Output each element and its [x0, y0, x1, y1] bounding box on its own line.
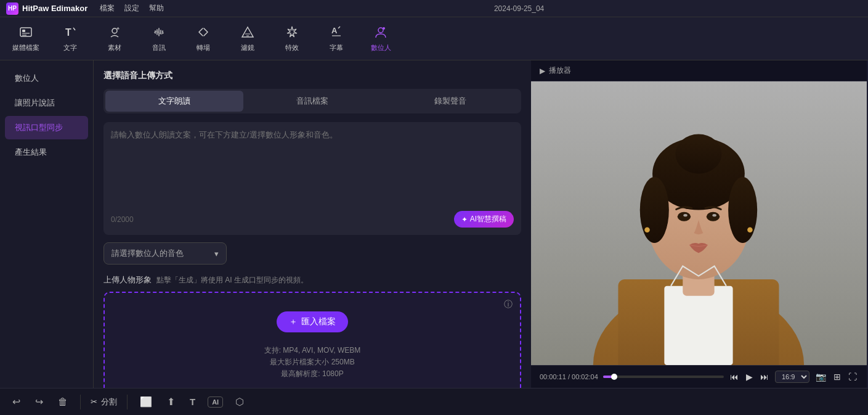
toolbar: 媒體檔案 T 文字 素材 音訊	[0, 17, 868, 60]
text-icon: T	[63, 25, 77, 41]
chevron-down-icon: ▾	[214, 249, 219, 258]
char-count: 0/2000	[111, 215, 134, 224]
plus-icon: ＋	[289, 316, 298, 327]
screenshot-btn[interactable]: 📷	[814, 371, 827, 383]
tab-audio-file[interactable]: 音訊檔案	[243, 91, 381, 112]
ai-btn-label: AI智慧撰稿	[470, 214, 506, 224]
playback-icon: ▶	[540, 67, 545, 75]
subtitle-icon: A	[330, 25, 343, 41]
preview-right-icons: 16:9 📷 ⊞ ⛶	[775, 371, 858, 383]
window-title: 2024-09-25_04	[176, 4, 862, 13]
voice-select[interactable]: 請選擇數位人的音色 ▾	[103, 242, 227, 265]
skip-forward-btn[interactable]: ⏭	[759, 371, 770, 383]
svg-text:A: A	[331, 26, 338, 35]
fullscreen-btn[interactable]: ⛶	[847, 371, 858, 383]
tool-transition[interactable]: 轉場	[182, 21, 224, 57]
text-t-btn[interactable]: T	[187, 394, 198, 409]
tool-avatar[interactable]: 數位人	[360, 21, 402, 57]
upload-section-label: 上傳人物形象 點擊「生成」將使用 AI 生成口型同步的視頻。	[103, 274, 521, 286]
svg-point-27	[644, 227, 650, 232]
undo-btn[interactable]: ↩	[10, 393, 23, 410]
text-input[interactable]	[111, 129, 514, 203]
tool-filter[interactable]: 濾鏡	[227, 21, 269, 57]
app-name: HitPaw Edimakor	[22, 4, 87, 13]
menu-bar: 檔案 設定 幫助	[100, 3, 164, 14]
split-label: 分割	[101, 397, 117, 408]
sidebar-item-lip-sync[interactable]: 視訊口型同步	[5, 116, 88, 139]
aspect-ratio-select[interactable]: 16:9	[775, 371, 809, 383]
menu-settings[interactable]: 設定	[124, 3, 139, 14]
ai-smart-btn[interactable]: ✦ AI智慧撰稿	[454, 211, 514, 228]
app-logo-icon: HP	[6, 2, 18, 15]
svg-point-23	[678, 212, 691, 221]
tool-audio[interactable]: 音訊	[138, 21, 180, 57]
app-logo: HP HitPaw Edimakor	[6, 2, 87, 15]
clip-btn[interactable]: ⬜	[137, 393, 155, 410]
upload-area[interactable]: ⓘ ＋ 匯入檔案 支持: MP4, AVI, MOV, WEBM 最大影片檔案大…	[103, 292, 521, 388]
avatar-icon	[374, 25, 387, 41]
sidebar-item-digital-human[interactable]: 數位人	[5, 67, 88, 90]
tool-avatar-label: 數位人	[371, 43, 391, 52]
svg-point-12	[383, 27, 385, 30]
import-btn-label: 匯入檔案	[301, 316, 336, 327]
svg-point-20	[676, 134, 722, 174]
effects-icon	[285, 25, 299, 41]
portrait-svg	[531, 81, 867, 365]
upload-btn[interactable]: ⬆	[164, 393, 177, 410]
tool-media[interactable]: 媒體檔案	[5, 21, 47, 57]
material-icon	[108, 25, 121, 41]
menu-help[interactable]: 幫助	[149, 3, 164, 14]
upload-formats: 支持: MP4, AVI, MOV, WEBM	[117, 345, 508, 356]
sidebar-item-generate[interactable]: 產生結果	[5, 141, 88, 164]
tool-material[interactable]: 素材	[94, 21, 136, 57]
transition-icon	[197, 25, 210, 41]
upload-size-limit: 最大影片檔案大小 250MB	[117, 356, 508, 368]
sidebar-item-photo-talk[interactable]: 讓照片說話	[5, 91, 88, 115]
svg-text:T: T	[65, 27, 71, 38]
import-file-btn[interactable]: ＋ 匯入檔案	[277, 311, 348, 332]
main-body: 數位人 讓照片說話 視訊口型同步 產生結果 選擇語音上傳方式 文字朗讀 音訊檔案…	[0, 60, 868, 388]
menu-file[interactable]: 檔案	[100, 3, 115, 14]
scissors-icon: ✂	[91, 397, 97, 406]
tool-media-label: 媒體檔案	[12, 43, 39, 52]
separator-2	[127, 395, 128, 409]
preview-title: 播放器	[549, 65, 571, 76]
current-time: 00:00:11	[540, 373, 566, 380]
tab-record-audio[interactable]: 錄製聲音	[381, 91, 519, 112]
text-area-wrapper: 0/2000 ✦ AI智慧撰稿	[103, 122, 521, 235]
info-icon[interactable]: ⓘ	[504, 299, 513, 310]
bottom-bar: ↩ ↪ 🗑 ✂ 分割 ⬜ ⬆ T AI ⬡	[0, 388, 868, 415]
filter-icon	[241, 25, 254, 41]
total-time: 00:02:04	[572, 373, 598, 380]
progress-thumb[interactable]	[611, 374, 617, 380]
tool-subtitle-label: 字幕	[330, 43, 343, 52]
skip-back-btn[interactable]: ⏮	[729, 371, 740, 383]
time-display: 00:00:11 / 00:02:04	[540, 373, 598, 380]
svg-point-28	[747, 227, 753, 232]
tool-text[interactable]: T 文字	[49, 21, 91, 57]
ai-btn-bottom[interactable]: AI	[208, 397, 223, 408]
play-pause-btn[interactable]: ▶	[745, 371, 754, 383]
svg-point-5	[112, 28, 117, 33]
tool-text-label: 文字	[63, 43, 77, 52]
redo-btn[interactable]: ↪	[33, 393, 46, 410]
delete-btn[interactable]: 🗑	[55, 394, 70, 410]
svg-point-21	[640, 177, 669, 243]
svg-point-25	[683, 214, 687, 216]
split-action[interactable]: ✂ 分割	[91, 397, 117, 408]
section-title: 選擇語音上傳方式	[103, 70, 521, 81]
grid-btn[interactable]: ⊞	[832, 371, 842, 383]
preview-video	[531, 81, 867, 365]
tab-text-read[interactable]: 文字朗讀	[105, 91, 243, 112]
text-area-footer: 0/2000 ✦ AI智慧撰稿	[111, 211, 514, 228]
export-btn[interactable]: ⬡	[233, 393, 246, 410]
tool-transition-label: 轉場	[197, 43, 210, 52]
center-panel: 選擇語音上傳方式 文字朗讀 音訊檔案 錄製聲音 0/2000 ✦ AI智慧撰稿 …	[94, 60, 531, 388]
tool-effects[interactable]: 特效	[271, 21, 313, 57]
svg-point-26	[712, 214, 716, 216]
svg-rect-1	[22, 30, 25, 32]
svg-rect-16	[664, 286, 732, 365]
progress-bar[interactable]	[603, 376, 724, 378]
tool-subtitle[interactable]: A 字幕	[315, 21, 357, 57]
audio-icon	[152, 25, 166, 41]
